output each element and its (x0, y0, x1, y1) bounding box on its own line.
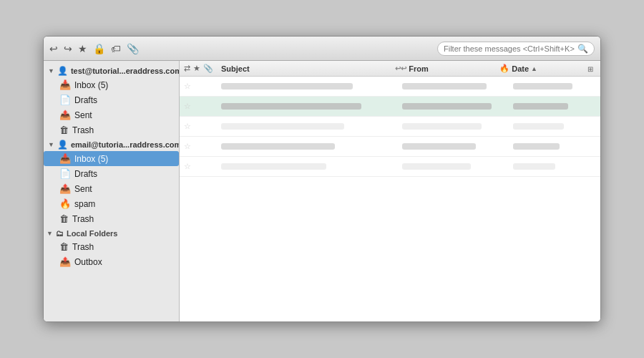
trash1-icon: 🗑 (59, 125, 69, 135)
row4-from-bar (402, 143, 476, 150)
message-list: ☆ ☆ (180, 77, 600, 321)
row1-from (402, 83, 513, 90)
drafts2-label: Drafts (74, 169, 97, 179)
sidebar-item-trash2[interactable]: 🗑 Trash (44, 211, 179, 226)
row4-date (513, 143, 597, 150)
row3-icons: ☆ (182, 122, 221, 131)
spam2-icon: 🔥 (59, 198, 71, 209)
local-folders-label: Local Folders (67, 229, 118, 238)
row4-icons: ☆ (182, 142, 221, 151)
reply-all-icon[interactable]: ↪ (64, 43, 72, 54)
date-icon: 🔥 (499, 64, 509, 73)
collapse-triangle-1: ▼ (48, 67, 54, 74)
row2-subject (221, 103, 402, 110)
row2-icons: ☆ (182, 102, 221, 111)
row2-from (402, 103, 513, 110)
row4-from (402, 143, 513, 150)
table-row[interactable]: ☆ (180, 157, 600, 177)
drafts1-label: Drafts (74, 95, 97, 105)
sidebar-item-trash1[interactable]: 🗑 Trash (44, 122, 179, 137)
row4-star-icon[interactable]: ☆ (184, 142, 191, 151)
row5-subject-bar (221, 163, 326, 170)
row3-subject (221, 123, 402, 130)
col-expand-btn[interactable]: ⊞ (583, 64, 597, 74)
row1-subject-bar (221, 83, 353, 90)
row1-date (513, 83, 597, 90)
expand-icon: ⊞ (587, 65, 593, 73)
attach-col-icon: 📎 (203, 64, 213, 73)
main-area: ▼ 👤 test@tutorial...eraddress.com 📥 Inbo… (44, 61, 600, 321)
star-col-icon: ★ (193, 64, 200, 73)
drafts2-icon: 📄 (59, 168, 71, 179)
inbox2-icon: 📥 (59, 153, 71, 164)
filter-input[interactable] (444, 44, 577, 53)
account1-label: test@tutorial...eraddress.com (71, 67, 180, 75)
row1-from-bar (402, 83, 487, 90)
table-row[interactable]: ☆ (180, 117, 600, 137)
sort-arrow-icon: ▲ (531, 65, 537, 72)
col-header-date[interactable]: 🔥 Date ▲ (499, 64, 583, 73)
sidebar-item-outbox[interactable]: 📤 Outbox (44, 254, 179, 269)
sidebar-item-sent1[interactable]: 📤 Sent (44, 107, 179, 122)
star-toolbar-icon[interactable]: ★ (78, 43, 87, 54)
row4-subject-bar (221, 143, 335, 150)
account2-icon: 👤 (57, 140, 68, 150)
sidebar-item-spam2[interactable]: 🔥 spam (44, 196, 179, 211)
row2-date (513, 103, 597, 110)
sidebar-account1[interactable]: ▼ 👤 test@tutorial...eraddress.com (44, 64, 179, 77)
trash1-label: Trash (72, 125, 94, 135)
sidebar-item-drafts2[interactable]: 📄 Drafts (44, 166, 179, 181)
row3-date-bar (513, 123, 564, 130)
table-row[interactable]: ☆ (180, 77, 600, 97)
message-list-header: ⇄ ★ 📎 Subject ↩↩ From 🔥 Date ▲ ⊞ (180, 61, 600, 77)
row5-star-icon[interactable]: ☆ (184, 162, 191, 171)
row1-subject (221, 83, 402, 90)
sidebar: ▼ 👤 test@tutorial...eraddress.com 📥 Inbo… (44, 61, 180, 321)
table-row[interactable]: ☆ (180, 97, 600, 117)
col-header-subject[interactable]: Subject (221, 64, 395, 73)
account1-icon: 👤 (57, 66, 68, 76)
attachment-icon[interactable]: 📎 (127, 43, 139, 54)
row5-date (513, 163, 597, 170)
reply-icon[interactable]: ↩ (49, 43, 58, 54)
row3-subject-bar (221, 123, 344, 130)
outbox-icon: 📤 (59, 256, 71, 267)
row5-icons: ☆ (182, 162, 221, 171)
subject-label: Subject (221, 64, 250, 73)
row5-from-bar (402, 163, 471, 170)
lock-icon[interactable]: 🔒 (93, 43, 105, 54)
row1-date-bar (513, 83, 572, 90)
row4-subject (221, 143, 402, 150)
collapse-triangle-2: ▼ (48, 141, 54, 148)
filter-box[interactable]: 🔍 (437, 42, 595, 56)
spam2-label: spam (74, 199, 95, 209)
sidebar-item-sent2[interactable]: 📤 Sent (44, 181, 179, 196)
sidebar-item-drafts1[interactable]: 📄 Drafts (44, 92, 179, 107)
inbox1-icon: 📥 (59, 79, 71, 90)
col-header-from[interactable]: ↩↩ From (395, 64, 499, 73)
sidebar-item-inbox2[interactable]: 📥 Inbox (5) (44, 151, 179, 166)
row4-date-bar (513, 143, 560, 150)
date-label: Date (512, 64, 529, 73)
row2-star-icon[interactable]: ☆ (184, 102, 191, 111)
from-label: From (409, 64, 429, 73)
sidebar-account2[interactable]: ▼ 👤 email@tutoria...raddress.com (44, 137, 179, 151)
drafts1-icon: 📄 (59, 95, 71, 105)
row5-date-bar (513, 163, 555, 170)
row1-star-icon[interactable]: ☆ (184, 82, 191, 91)
row3-from-bar (402, 123, 481, 130)
trash3-label: Trash (72, 242, 94, 252)
thread-icon: ⇄ (184, 64, 190, 73)
sidebar-item-trash3[interactable]: 🗑 Trash (44, 239, 179, 254)
row3-star-icon[interactable]: ☆ (184, 122, 191, 131)
account2-label: email@tutoria...raddress.com (71, 140, 180, 149)
trash2-label: Trash (72, 214, 94, 224)
table-row[interactable]: ☆ (180, 137, 600, 157)
sent2-label: Sent (74, 184, 92, 194)
tag-icon[interactable]: 🏷 (111, 43, 121, 54)
local-folders-header[interactable]: ▼ 🗂 Local Folders (44, 226, 179, 239)
sent1-label: Sent (74, 110, 92, 120)
sidebar-item-inbox1[interactable]: 📥 Inbox (5) (44, 77, 179, 92)
content-area: ⇄ ★ 📎 Subject ↩↩ From 🔥 Date ▲ ⊞ (180, 61, 600, 321)
row2-subject-bar (221, 103, 361, 110)
